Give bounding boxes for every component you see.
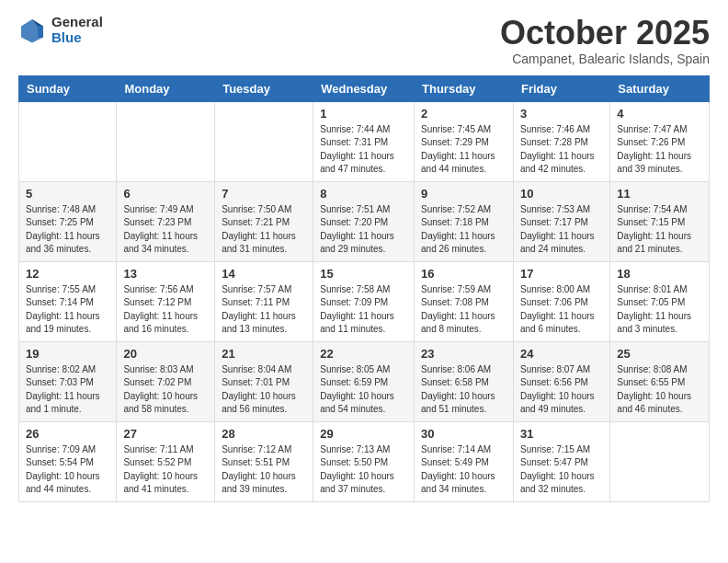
- day-number: 19: [26, 347, 109, 361]
- calendar-cell: 10Sunrise: 7:53 AM Sunset: 7:17 PM Dayli…: [513, 181, 609, 261]
- day-info: Sunrise: 8:02 AM Sunset: 7:03 PM Dayligh…: [26, 363, 109, 417]
- col-tuesday: Tuesday: [215, 75, 313, 101]
- day-number: 14: [222, 267, 306, 281]
- calendar-cell: 30Sunrise: 7:14 AM Sunset: 5:49 PM Dayli…: [415, 421, 514, 501]
- col-wednesday: Wednesday: [313, 75, 415, 101]
- calendar-week-1: 1Sunrise: 7:44 AM Sunset: 7:31 PM Daylig…: [19, 101, 710, 181]
- calendar-body: 1Sunrise: 7:44 AM Sunset: 7:31 PM Daylig…: [19, 101, 710, 501]
- day-info: Sunrise: 7:11 AM Sunset: 5:52 PM Dayligh…: [123, 443, 208, 497]
- day-number: 2: [421, 107, 506, 121]
- day-number: 21: [222, 347, 306, 361]
- day-info: Sunrise: 7:47 AM Sunset: 7:26 PM Dayligh…: [617, 123, 702, 177]
- day-info: Sunrise: 7:09 AM Sunset: 5:54 PM Dayligh…: [26, 443, 109, 497]
- location: Campanet, Balearic Islands, Spain: [500, 52, 710, 66]
- calendar-cell: 16Sunrise: 7:59 AM Sunset: 7:08 PM Dayli…: [415, 261, 514, 341]
- calendar-cell: 26Sunrise: 7:09 AM Sunset: 5:54 PM Dayli…: [19, 421, 117, 501]
- calendar-header: Sunday Monday Tuesday Wednesday Thursday…: [19, 75, 710, 101]
- calendar-cell: 24Sunrise: 8:07 AM Sunset: 6:56 PM Dayli…: [513, 341, 609, 421]
- calendar-cell: 11Sunrise: 7:54 AM Sunset: 7:15 PM Dayli…: [610, 181, 710, 261]
- day-info: Sunrise: 7:45 AM Sunset: 7:29 PM Dayligh…: [421, 123, 506, 177]
- calendar-cell: [215, 101, 313, 181]
- day-info: Sunrise: 8:04 AM Sunset: 7:01 PM Dayligh…: [222, 363, 306, 417]
- calendar-cell: 23Sunrise: 8:06 AM Sunset: 6:58 PM Dayli…: [415, 341, 514, 421]
- day-number: 1: [320, 107, 407, 121]
- day-info: Sunrise: 7:59 AM Sunset: 7:08 PM Dayligh…: [421, 283, 506, 337]
- calendar-cell: 19Sunrise: 8:02 AM Sunset: 7:03 PM Dayli…: [19, 341, 117, 421]
- calendar-week-5: 26Sunrise: 7:09 AM Sunset: 5:54 PM Dayli…: [19, 421, 710, 501]
- day-info: Sunrise: 8:07 AM Sunset: 6:56 PM Dayligh…: [520, 363, 603, 417]
- day-number: 26: [26, 427, 109, 441]
- calendar-cell: [610, 421, 710, 501]
- day-info: Sunrise: 7:50 AM Sunset: 7:21 PM Dayligh…: [222, 203, 306, 257]
- day-info: Sunrise: 8:03 AM Sunset: 7:02 PM Dayligh…: [123, 363, 208, 417]
- title-section: October 2025 Campanet, Balearic Islands,…: [500, 15, 710, 66]
- calendar-cell: 2Sunrise: 7:45 AM Sunset: 7:29 PM Daylig…: [415, 101, 514, 181]
- day-info: Sunrise: 7:55 AM Sunset: 7:14 PM Dayligh…: [26, 283, 109, 337]
- logo-icon: [18, 17, 46, 44]
- day-number: 29: [320, 427, 407, 441]
- day-number: 25: [617, 347, 702, 361]
- calendar-cell: 13Sunrise: 7:56 AM Sunset: 7:12 PM Dayli…: [117, 261, 215, 341]
- calendar-cell: [117, 101, 215, 181]
- day-info: Sunrise: 8:01 AM Sunset: 7:05 PM Dayligh…: [617, 283, 702, 337]
- calendar-week-2: 5Sunrise: 7:48 AM Sunset: 7:25 PM Daylig…: [19, 181, 710, 261]
- day-number: 9: [421, 187, 506, 201]
- day-info: Sunrise: 7:15 AM Sunset: 5:47 PM Dayligh…: [520, 443, 603, 497]
- calendar-cell: 6Sunrise: 7:49 AM Sunset: 7:23 PM Daylig…: [117, 181, 215, 261]
- calendar-cell: [19, 101, 117, 181]
- col-monday: Monday: [117, 75, 215, 101]
- day-number: 31: [520, 427, 603, 441]
- day-info: Sunrise: 7:51 AM Sunset: 7:20 PM Dayligh…: [320, 203, 407, 257]
- day-number: 28: [222, 427, 306, 441]
- calendar-cell: 5Sunrise: 7:48 AM Sunset: 7:25 PM Daylig…: [19, 181, 117, 261]
- calendar-cell: 14Sunrise: 7:57 AM Sunset: 7:11 PM Dayli…: [215, 261, 313, 341]
- calendar-cell: 27Sunrise: 7:11 AM Sunset: 5:52 PM Dayli…: [117, 421, 215, 501]
- day-info: Sunrise: 8:05 AM Sunset: 6:59 PM Dayligh…: [320, 363, 407, 417]
- logo-blue: Blue: [51, 30, 103, 46]
- calendar-week-3: 12Sunrise: 7:55 AM Sunset: 7:14 PM Dayli…: [19, 261, 710, 341]
- calendar-cell: 20Sunrise: 8:03 AM Sunset: 7:02 PM Dayli…: [117, 341, 215, 421]
- calendar-cell: 29Sunrise: 7:13 AM Sunset: 5:50 PM Dayli…: [313, 421, 415, 501]
- calendar-cell: 18Sunrise: 8:01 AM Sunset: 7:05 PM Dayli…: [610, 261, 710, 341]
- calendar-cell: 4Sunrise: 7:47 AM Sunset: 7:26 PM Daylig…: [610, 101, 710, 181]
- calendar-table: Sunday Monday Tuesday Wednesday Thursday…: [18, 75, 710, 502]
- day-info: Sunrise: 7:56 AM Sunset: 7:12 PM Dayligh…: [123, 283, 208, 337]
- logo-general: General: [51, 15, 103, 30]
- day-number: 17: [520, 267, 603, 281]
- day-number: 30: [421, 427, 506, 441]
- day-info: Sunrise: 7:48 AM Sunset: 7:25 PM Dayligh…: [26, 203, 109, 257]
- calendar-cell: 3Sunrise: 7:46 AM Sunset: 7:28 PM Daylig…: [513, 101, 609, 181]
- day-info: Sunrise: 7:57 AM Sunset: 7:11 PM Dayligh…: [222, 283, 306, 337]
- day-number: 23: [421, 347, 506, 361]
- day-number: 7: [222, 187, 306, 201]
- day-number: 18: [617, 267, 702, 281]
- day-info: Sunrise: 8:06 AM Sunset: 6:58 PM Dayligh…: [421, 363, 506, 417]
- day-number: 20: [123, 347, 208, 361]
- calendar-cell: 17Sunrise: 8:00 AM Sunset: 7:06 PM Dayli…: [513, 261, 609, 341]
- day-info: Sunrise: 7:53 AM Sunset: 7:17 PM Dayligh…: [520, 203, 603, 257]
- day-number: 12: [26, 267, 109, 281]
- logo: General Blue: [18, 15, 103, 45]
- day-info: Sunrise: 8:08 AM Sunset: 6:55 PM Dayligh…: [617, 363, 702, 417]
- day-info: Sunrise: 7:13 AM Sunset: 5:50 PM Dayligh…: [320, 443, 407, 497]
- day-number: 16: [421, 267, 506, 281]
- day-info: Sunrise: 7:52 AM Sunset: 7:18 PM Dayligh…: [421, 203, 506, 257]
- col-friday: Friday: [513, 75, 609, 101]
- day-number: 13: [123, 267, 208, 281]
- header-row: Sunday Monday Tuesday Wednesday Thursday…: [19, 75, 710, 101]
- day-number: 8: [320, 187, 407, 201]
- calendar-cell: 22Sunrise: 8:05 AM Sunset: 6:59 PM Dayli…: [313, 341, 415, 421]
- page: General Blue October 2025 Campanet, Bale…: [0, 0, 728, 521]
- day-number: 10: [520, 187, 603, 201]
- calendar-cell: 31Sunrise: 7:15 AM Sunset: 5:47 PM Dayli…: [513, 421, 609, 501]
- day-number: 3: [520, 107, 603, 121]
- svg-marker-2: [38, 26, 43, 37]
- header: General Blue October 2025 Campanet, Bale…: [18, 15, 710, 66]
- day-info: Sunrise: 7:58 AM Sunset: 7:09 PM Dayligh…: [320, 283, 407, 337]
- day-number: 5: [26, 187, 109, 201]
- calendar-cell: 12Sunrise: 7:55 AM Sunset: 7:14 PM Dayli…: [19, 261, 117, 341]
- day-number: 4: [617, 107, 702, 121]
- day-number: 22: [320, 347, 407, 361]
- day-info: Sunrise: 7:12 AM Sunset: 5:51 PM Dayligh…: [222, 443, 306, 497]
- calendar-cell: 7Sunrise: 7:50 AM Sunset: 7:21 PM Daylig…: [215, 181, 313, 261]
